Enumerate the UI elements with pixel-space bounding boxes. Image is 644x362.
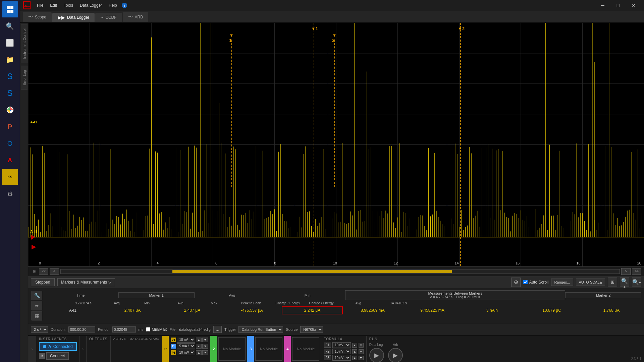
scroll-right-btn[interactable]: > — [621, 268, 631, 275]
meas-col-marker1-header: Marker 1 — [118, 292, 195, 298]
i1-up-btn[interactable]: ▲ — [196, 344, 202, 349]
f1-down-btn[interactable]: ▼ — [359, 343, 364, 348]
module-2-number: 2 — [210, 336, 217, 362]
task-view-icon[interactable]: ⬜ — [2, 35, 18, 51]
module-3-no-module: No Module — [255, 337, 282, 361]
duration-input[interactable] — [68, 326, 95, 333]
auto-scroll-input[interactable] — [523, 280, 528, 284]
measurements-container: 🔧 ⇔ ▦ Time Marker 1 Avg Min — [31, 290, 641, 321]
tab-datalogger[interactable]: ▶▶ Data Logger — [52, 13, 95, 22]
formula-section: FORMULA F1 10 nV / ▲ ▼ F2 10 nV / ▲ ▼ — [321, 336, 367, 362]
f2-down-btn[interactable]: ▼ — [359, 349, 364, 354]
p1-down-btn[interactable]: ▼ — [202, 350, 208, 355]
meas-sub-ptp: Peak to Peak — [231, 301, 271, 305]
adobe-icon[interactable]: A — [2, 152, 18, 168]
f1-up-btn[interactable]: ▲ — [352, 343, 357, 348]
i1-down-btn[interactable]: ▼ — [202, 344, 208, 349]
data-log-run-button[interactable]: ▶ — [369, 348, 384, 362]
meas-charge1-cell: 3 nA h — [462, 307, 522, 314]
edit-menu[interactable]: Edit — [47, 2, 60, 9]
meas-wrench-btn[interactable]: 🔧 — [32, 291, 42, 300]
auto-scroll-checkbox[interactable]: Auto Scroll — [523, 280, 548, 285]
error-log-tab[interactable]: Error Log — [21, 66, 28, 90]
f3-select[interactable]: 10 nV / — [332, 355, 351, 361]
chrome-icon[interactable] — [2, 102, 18, 118]
arb-label: Arb — [393, 343, 398, 347]
trigger-select[interactable]: Data Log Run Button — [238, 326, 283, 333]
source-select[interactable]: N6705x — [300, 326, 323, 333]
powerpoint-icon[interactable]: P — [2, 119, 18, 135]
add-marker-button[interactable]: ⊕ — [511, 278, 521, 287]
minimize-button[interactable]: ─ — [595, 0, 610, 11]
inst-b-connect-button[interactable]: Connect — [46, 352, 69, 360]
zoom-out-button[interactable]: 🔍- — [632, 278, 641, 287]
arb-run-button[interactable]: ▶ — [388, 348, 403, 362]
settings-icon[interactable]: ⚙ — [2, 186, 18, 202]
chart-canvas[interactable]: ▼ 1 ▼ 2 A-I1 ▶ 0 2 — [28, 23, 644, 266]
meas-ptp-cell: 9.458225 mA — [402, 307, 462, 314]
instrument-control-tab[interactable]: Instrument Control — [21, 24, 28, 63]
meas-col-marker2-header: Marker 2 — [565, 292, 641, 298]
scroll-far-left-btn[interactable]: << — [39, 268, 48, 275]
v1-up-btn[interactable]: ▲ — [196, 338, 202, 342]
zoom-in-button[interactable]: 🔍+ — [620, 278, 629, 287]
panel-expand-button[interactable]: › — [28, 336, 36, 362]
meas-icon-col: 🔧 ⇔ ▦ — [31, 290, 43, 321]
close-button[interactable]: ✕ — [626, 0, 641, 11]
tools-menu[interactable]: Tools — [60, 2, 76, 9]
title-bar: File Edit Tools Data Logger Help i ─ □ ✕ — [20, 0, 644, 11]
f2-up-btn[interactable]: ▲ — [352, 349, 357, 354]
markers-measurements-button[interactable]: Markers & Measurements ▽ — [57, 278, 115, 286]
f3-up-btn[interactable]: ▲ — [352, 356, 357, 360]
min-max-input[interactable] — [146, 327, 150, 331]
scroll-thumb[interactable] — [172, 270, 452, 273]
datalogger-menu[interactable]: Data Logger — [76, 2, 105, 9]
module-4-no-module: No Module — [292, 337, 319, 361]
scroll-far-right-btn[interactable]: >> — [632, 268, 641, 275]
min-max-checkbox[interactable]: Min/Max — [146, 327, 167, 332]
restore-button[interactable]: □ — [610, 0, 626, 11]
p1-up-btn[interactable]: ▲ — [196, 350, 202, 355]
meas-sub-ce1: Charge / Energy — [271, 301, 305, 305]
file-explorer-icon[interactable]: 📁 — [2, 52, 18, 68]
stopped-button[interactable]: Stopped — [31, 278, 55, 286]
start-button[interactable] — [2, 1, 18, 17]
f2-select[interactable]: 10 nV / — [332, 349, 351, 354]
i1-label: I1 — [171, 344, 176, 349]
f1-select[interactable]: 10 nV / — [332, 342, 351, 348]
f3-row: F3 10 nV / ▲ ▼ — [324, 355, 364, 361]
outputs-expand-btn[interactable]: › — [80, 336, 87, 362]
search-taskbar-icon[interactable]: 🔍 — [2, 18, 18, 34]
meas-expand-btn[interactable]: ⇔ — [32, 301, 42, 310]
inst-b-row: B Connect — [39, 352, 77, 360]
meas-sub-min: Min — [130, 301, 164, 305]
help-menu[interactable]: Help — [105, 2, 120, 9]
scroll-track[interactable] — [60, 269, 620, 274]
tab-arb[interactable]: 〜 ARB — [123, 12, 149, 22]
p1-select[interactable]: 10 nW / — [177, 350, 195, 355]
inst-a-connected-button[interactable]: A Connected — [39, 342, 77, 351]
v1-down-btn[interactable]: ▼ — [202, 338, 208, 342]
skype-icon1[interactable]: S — [2, 68, 18, 84]
tab-scope[interactable]: 〜 Scope — [23, 12, 52, 22]
v1-select[interactable]: 10 nV / — [177, 337, 195, 343]
scroll-left-btn[interactable]: < — [50, 268, 59, 275]
svg-rect-0 — [7, 6, 10, 9]
period-input[interactable] — [112, 326, 136, 333]
data-log-label: Data Log — [369, 343, 383, 347]
keysight-icon[interactable]: KS — [2, 169, 18, 185]
f3-down-btn[interactable]: ▼ — [359, 356, 364, 360]
i1-select[interactable]: 5 mA / — [177, 343, 195, 349]
file-browse-button[interactable]: ... — [213, 326, 222, 333]
tab-ccdf[interactable]: ~ CCDF — [95, 13, 122, 22]
tab-datalogger-label: Data Logger — [67, 15, 89, 20]
meas-table-btn[interactable]: ▦ — [32, 311, 42, 320]
scroll-zoom-icon[interactable]: ⊞ — [31, 269, 38, 274]
time-per-div-select[interactable]: 2 s / 1 s / 5 s / — [31, 326, 48, 333]
grid-view-button[interactable]: ⊞ — [608, 278, 617, 287]
auto-scale-button[interactable]: AUTO SCALE — [576, 279, 605, 286]
outlook-icon[interactable]: O — [2, 135, 18, 152]
skype-icon2[interactable]: S — [2, 85, 18, 101]
file-menu[interactable]: File — [34, 2, 47, 9]
ranges-button[interactable]: Ranges... — [551, 279, 573, 286]
